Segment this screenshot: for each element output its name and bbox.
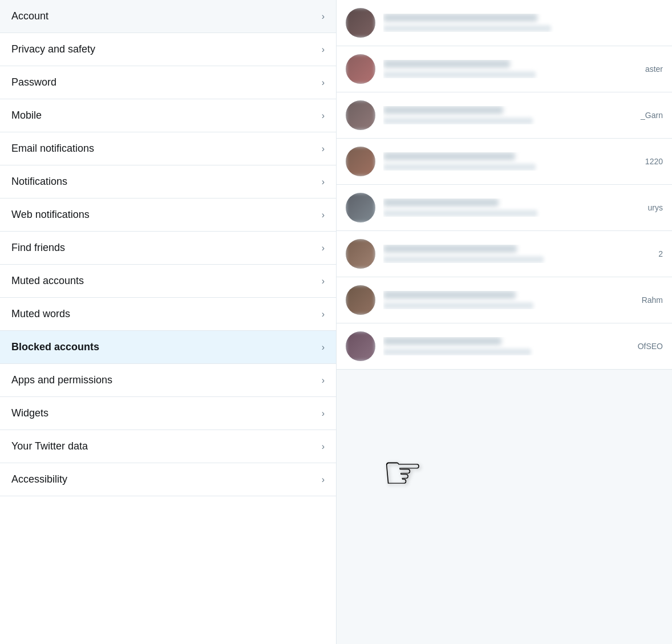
menu-item-accessibility[interactable]: Accessibility›: [0, 463, 336, 496]
chevron-icon-accessibility: ›: [322, 475, 325, 485]
avatar: [346, 285, 375, 315]
blocked-account-item: aster: [337, 46, 672, 92]
menu-item-label-find-friends: Find friends: [11, 242, 65, 254]
menu-item-twitter-data[interactable]: Your Twitter data›: [0, 430, 336, 463]
blocked-account-item: OfSEO: [337, 323, 672, 370]
user-name-blurred: [383, 291, 516, 299]
chevron-icon-find-friends: ›: [322, 243, 325, 253]
avatar: [346, 100, 375, 130]
menu-item-label-twitter-data: Your Twitter data: [11, 440, 88, 452]
menu-item-label-password: Password: [11, 76, 56, 88]
user-info: [383, 14, 663, 32]
user-name-blurred: [383, 245, 517, 253]
blocked-account-item: _Garn: [337, 92, 672, 139]
menu-item-web-notifications[interactable]: Web notifications›: [0, 199, 336, 232]
menu-item-label-widgets: Widgets: [11, 407, 48, 419]
user-info: [383, 291, 634, 309]
user-name-blurred: [383, 337, 501, 345]
menu-item-email-notifications[interactable]: Email notifications›: [0, 132, 336, 165]
menu-item-mobile[interactable]: Mobile›: [0, 99, 336, 132]
menu-item-blocked-accounts[interactable]: Blocked accounts›: [0, 331, 336, 364]
chevron-icon-blocked-accounts: ›: [322, 342, 325, 353]
partial-username: _Garn: [641, 111, 663, 120]
settings-menu: Account›Privacy and safety›Password›Mobi…: [0, 0, 337, 644]
blocked-account-item: [337, 0, 672, 46]
user-info: [383, 337, 630, 355]
blocked-account-item: urys: [337, 185, 672, 231]
user-info: [383, 245, 650, 263]
chevron-icon-password: ›: [322, 78, 325, 88]
menu-item-label-web-notifications: Web notifications: [11, 209, 90, 221]
blocked-account-item: 2: [337, 231, 672, 277]
partial-username: OfSEO: [638, 342, 663, 351]
avatar: [346, 239, 375, 269]
menu-item-muted-accounts[interactable]: Muted accounts›: [0, 265, 336, 298]
user-handle-blurred: [383, 71, 536, 78]
menu-item-muted-words[interactable]: Muted words›: [0, 298, 336, 331]
menu-item-label-muted-accounts: Muted accounts: [11, 275, 84, 287]
user-info: [383, 106, 633, 124]
menu-item-find-friends[interactable]: Find friends›: [0, 232, 336, 265]
user-handle-blurred: [383, 349, 531, 355]
chevron-icon-muted-words: ›: [322, 309, 325, 319]
partial-username: 1220: [645, 157, 663, 166]
menu-item-notifications[interactable]: Notifications›: [0, 165, 336, 199]
avatar: [346, 193, 375, 222]
partial-username: aster: [645, 64, 663, 74]
menu-item-account[interactable]: Account›: [0, 0, 336, 33]
chevron-icon-muted-accounts: ›: [322, 276, 325, 286]
menu-item-label-muted-words: Muted words: [11, 308, 70, 320]
user-info: [383, 60, 637, 78]
avatar: [346, 331, 375, 361]
menu-item-label-email-notifications: Email notifications: [11, 143, 94, 155]
menu-item-apps-and-permissions[interactable]: Apps and permissions›: [0, 364, 336, 397]
blocked-accounts-list: aster_Garn1220urys2RahmOfSEO: [337, 0, 672, 370]
user-handle-blurred: [383, 25, 551, 32]
menu-item-widgets[interactable]: Widgets›: [0, 397, 336, 430]
blocked-account-item: 1220: [337, 139, 672, 185]
user-handle-blurred: [383, 302, 533, 309]
menu-item-label-accessibility: Accessibility: [11, 473, 67, 485]
menu-item-label-blocked-accounts: Blocked accounts: [11, 341, 99, 353]
user-handle-blurred: [383, 210, 537, 217]
chevron-icon-email-notifications: ›: [322, 144, 325, 154]
user-handle-blurred: [383, 256, 544, 263]
menu-item-label-privacy-safety: Privacy and safety: [11, 43, 95, 55]
menu-item-privacy-safety[interactable]: Privacy and safety›: [0, 33, 336, 66]
menu-item-label-mobile: Mobile: [11, 110, 42, 121]
chevron-icon-apps-and-permissions: ›: [322, 375, 325, 386]
user-handle-blurred: [383, 118, 533, 124]
user-name-blurred: [383, 152, 515, 160]
blocked-accounts-panel: aster_Garn1220urys2RahmOfSEO ☞: [337, 0, 672, 644]
chevron-icon-widgets: ›: [322, 408, 325, 419]
chevron-icon-twitter-data: ›: [322, 442, 325, 452]
user-handle-blurred: [383, 164, 536, 171]
avatar: [346, 147, 375, 176]
menu-item-password[interactable]: Password›: [0, 66, 336, 99]
chevron-icon-privacy-safety: ›: [322, 44, 325, 55]
user-info: [383, 199, 640, 217]
chevron-icon-web-notifications: ›: [322, 210, 325, 220]
menu-item-label-notifications: Notifications: [11, 176, 67, 188]
avatar: [346, 54, 375, 84]
chevron-icon-notifications: ›: [322, 177, 325, 187]
partial-username: 2: [658, 249, 663, 258]
partial-username: Rahm: [642, 295, 663, 305]
user-info: [383, 152, 637, 171]
user-name-blurred: [383, 106, 503, 114]
partial-username: urys: [648, 203, 663, 212]
user-name-blurred: [383, 199, 499, 206]
user-name-blurred: [383, 60, 510, 68]
avatar: [346, 8, 375, 38]
blocked-account-item: Rahm: [337, 277, 672, 323]
menu-item-label-apps-and-permissions: Apps and permissions: [11, 374, 112, 386]
chevron-icon-account: ›: [322, 11, 325, 22]
cursor-icon: ☞: [382, 450, 423, 496]
user-name-blurred: [383, 14, 537, 22]
menu-item-label-account: Account: [11, 10, 48, 22]
chevron-icon-mobile: ›: [322, 111, 325, 121]
